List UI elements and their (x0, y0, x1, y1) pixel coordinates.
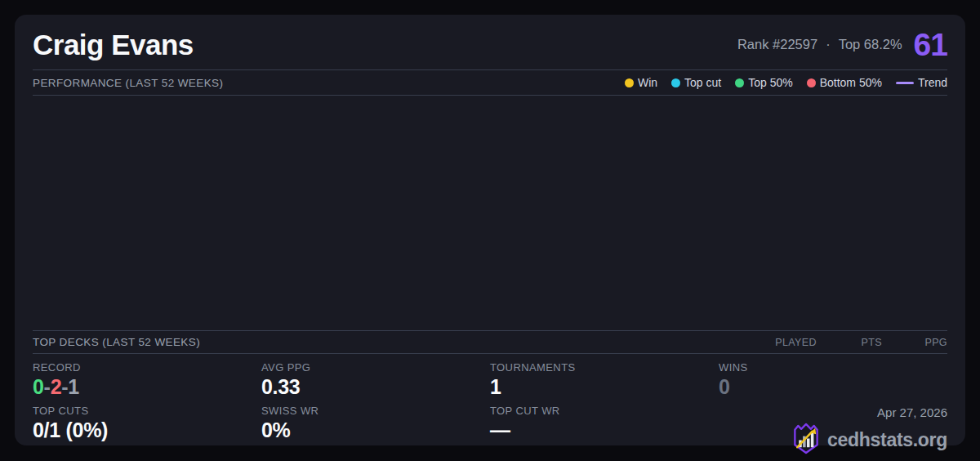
column-header-played: PLAYED (751, 337, 817, 348)
legend-label: Trend (918, 76, 947, 89)
legend-item-win: Win (625, 76, 657, 89)
legend-label: Bottom 50% (820, 76, 882, 89)
page-title: Craig Evans (33, 29, 194, 61)
stat-record: RECORD 0-2-1 (33, 361, 261, 405)
rank-separator: · (826, 37, 831, 52)
bottom-50-dot-icon (807, 78, 816, 87)
record-separator: - (44, 375, 51, 398)
brand-row: cedhstats.org (719, 423, 947, 458)
legend-item-trend: Trend (896, 76, 947, 89)
rank-area: Rank #22597 · Top 68.2% 61 (737, 27, 947, 63)
stat-swiss-wr: SWISS WR 0% (261, 405, 490, 458)
legend-label: Top cut (684, 76, 721, 89)
stat-avg-ppg: AVG PPG 0.33 (261, 361, 490, 405)
stat-avg-ppg-value: 0.33 (261, 375, 490, 399)
legend-item-top-50: Top 50% (735, 76, 792, 89)
stat-tournaments: TOURNAMENTS 1 (490, 361, 719, 405)
win-dot-icon (625, 78, 634, 87)
record-draws: 1 (68, 375, 79, 398)
stat-top-cuts-label: TOP CUTS (33, 405, 261, 417)
legend-item-top-cut: Top cut (671, 76, 721, 89)
legend-item-bottom-50: Bottom 50% (807, 76, 882, 89)
performance-chart (33, 96, 947, 331)
stat-record-label: RECORD (33, 361, 261, 374)
footer-date: Apr 27, 2026 (719, 405, 947, 419)
stat-top-cuts-value: 0/1 (0%) (33, 418, 261, 442)
performance-header: PERFORMANCE (LAST 52 WEEKS) Win Top cut … (33, 70, 947, 96)
stat-wins-value: 0 (719, 375, 947, 399)
record-wins: 0 (33, 375, 44, 398)
player-stats-card: Craig Evans Rank #22597 · Top 68.2% 61 P… (15, 15, 965, 445)
card-header: Craig Evans Rank #22597 · Top 68.2% 61 (33, 15, 947, 70)
deck-column-headers: PLAYED PTS PPG (751, 337, 947, 348)
stats-grid: RECORD 0-2-1 AVG PPG 0.33 TOURNAMENTS 1 … (33, 354, 947, 458)
player-score: 61 (914, 27, 947, 63)
legend-label: Top 50% (748, 76, 792, 89)
top-decks-section-title: TOP DECKS (LAST 52 WEEKS) (33, 336, 200, 348)
cedhstats-logo-icon (791, 423, 821, 458)
top-cut-dot-icon (671, 78, 680, 87)
stat-tournaments-value: 1 (490, 375, 719, 399)
footer-brand-area: Apr 27, 2026 cedhstats.org (719, 405, 947, 458)
top-50-dot-icon (735, 78, 744, 87)
stat-swiss-wr-label: SWISS WR (261, 405, 490, 417)
stat-avg-ppg-label: AVG PPG (261, 361, 490, 374)
stat-tournaments-label: TOURNAMENTS (490, 361, 719, 374)
stat-swiss-wr-value: 0% (261, 418, 490, 442)
stat-record-value: 0-2-1 (33, 375, 261, 399)
performance-section-title: PERFORMANCE (LAST 52 WEEKS) (33, 77, 223, 89)
column-header-pts: PTS (817, 337, 882, 348)
stat-top-cut-wr: TOP CUT WR — (490, 405, 719, 458)
rank-line: Rank #22597 · Top 68.2% (737, 37, 902, 52)
stat-top-cut-wr-value: — (490, 418, 719, 442)
top-percent-text: Top 68.2% (839, 37, 902, 52)
record-losses: 2 (51, 375, 62, 398)
column-header-ppg: PPG (882, 337, 947, 348)
stat-top-cut-wr-label: TOP CUT WR (490, 405, 719, 417)
stat-wins-label: WINS (719, 361, 947, 374)
stat-top-cuts: TOP CUTS 0/1 (0%) (33, 405, 261, 458)
stat-wins: WINS 0 (719, 361, 947, 405)
site-name: cedhstats.org (827, 429, 947, 451)
top-decks-header: TOP DECKS (LAST 52 WEEKS) PLAYED PTS PPG (33, 331, 947, 354)
legend-label: Win (638, 76, 657, 89)
trend-line-icon (896, 82, 914, 84)
chart-legend: Win Top cut Top 50% Bottom 50% Trend (625, 76, 947, 89)
rank-text: Rank #22597 (737, 37, 817, 52)
